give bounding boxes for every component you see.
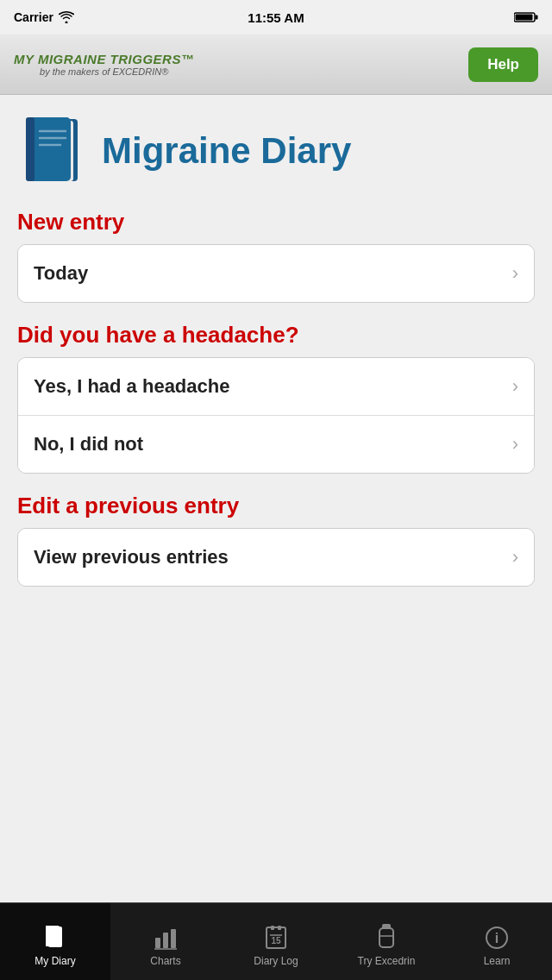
edit-entry-heading: Edit a previous entry <box>17 493 535 519</box>
svg-rect-2 <box>516 15 533 21</box>
tab-diary-log[interactable]: 15 Diary Log <box>221 903 331 980</box>
hero-section: Migraine Diary <box>17 112 535 190</box>
tab-charts[interactable]: Charts <box>110 903 221 980</box>
yes-headache-chevron: › <box>512 375 518 398</box>
tab-learn[interactable]: i Learn <box>442 903 552 980</box>
tab-try-excedrin[interactable]: Try Excedrin <box>331 903 442 980</box>
yes-headache-item[interactable]: Yes, I had a headache › <box>18 358 534 416</box>
status-left: Carrier <box>14 10 74 24</box>
svg-rect-1 <box>536 16 538 20</box>
learn-tab-label: Learn <box>484 955 511 967</box>
my-diary-icon <box>41 924 69 952</box>
diary-log-icon: 15 <box>262 924 290 952</box>
brand-text: MY MIGRAINE TRIGGERS™ by the makers of E… <box>14 52 194 77</box>
view-previous-chevron: › <box>512 546 518 569</box>
help-button[interactable]: Help <box>468 47 538 82</box>
today-item[interactable]: Today › <box>18 245 534 302</box>
my-diary-tab-label: My Diary <box>34 955 75 967</box>
carrier-label: Carrier <box>14 10 53 24</box>
charts-tab-label: Charts <box>150 955 180 967</box>
new-entry-heading: New entry <box>17 209 535 236</box>
charts-icon <box>152 924 179 952</box>
tab-bar: My Diary Charts 15 Diary Log <box>0 902 552 980</box>
status-bar: Carrier 11:55 AM <box>0 0 552 35</box>
status-right <box>514 11 538 23</box>
book-icon <box>17 112 86 190</box>
today-label: Today <box>34 262 88 285</box>
page-title: Migraine Diary <box>102 130 351 172</box>
try-excedrin-tab-label: Try Excedrin <box>358 955 416 967</box>
learn-icon: i <box>483 924 511 952</box>
new-entry-list: Today › <box>17 244 535 303</box>
headache-list: Yes, I had a headache › No, I did not › <box>17 357 535 474</box>
status-time: 11:55 AM <box>248 10 304 25</box>
svg-rect-18 <box>171 929 176 948</box>
view-previous-item[interactable]: View previous entries › <box>18 529 534 586</box>
svg-rect-12 <box>46 926 49 946</box>
no-headache-chevron: › <box>512 433 518 455</box>
main-content: Migraine Diary New entry Today › Did you… <box>0 95 552 902</box>
diary-log-tab-label: Diary Log <box>254 955 298 967</box>
headache-heading: Did you have a headache? <box>17 322 535 349</box>
brand-subtitle: by the makers of EXCEDRIN® <box>14 66 194 77</box>
svg-rect-21 <box>271 926 274 930</box>
tab-my-diary[interactable]: My Diary <box>0 903 110 980</box>
svg-rect-6 <box>26 117 34 181</box>
try-excedrin-icon <box>373 924 400 952</box>
svg-text:i: i <box>495 931 499 945</box>
view-previous-label: View previous entries <box>34 546 229 569</box>
yes-headache-label: Yes, I had a headache <box>34 375 229 398</box>
svg-rect-16 <box>155 938 160 948</box>
battery-icon <box>514 11 538 23</box>
svg-rect-26 <box>380 928 393 947</box>
no-headache-item[interactable]: No, I did not › <box>18 416 534 473</box>
header-bar: MY MIGRAINE TRIGGERS™ by the makers of E… <box>0 35 552 95</box>
brand-title: MY MIGRAINE TRIGGERS™ <box>14 52 194 66</box>
svg-rect-17 <box>163 933 168 948</box>
edit-entry-list: View previous entries › <box>17 528 535 587</box>
svg-rect-22 <box>278 926 281 930</box>
no-headache-label: No, I did not <box>34 433 143 455</box>
today-chevron: › <box>512 262 518 285</box>
svg-text:15: 15 <box>271 936 281 945</box>
wifi-icon <box>59 11 74 23</box>
